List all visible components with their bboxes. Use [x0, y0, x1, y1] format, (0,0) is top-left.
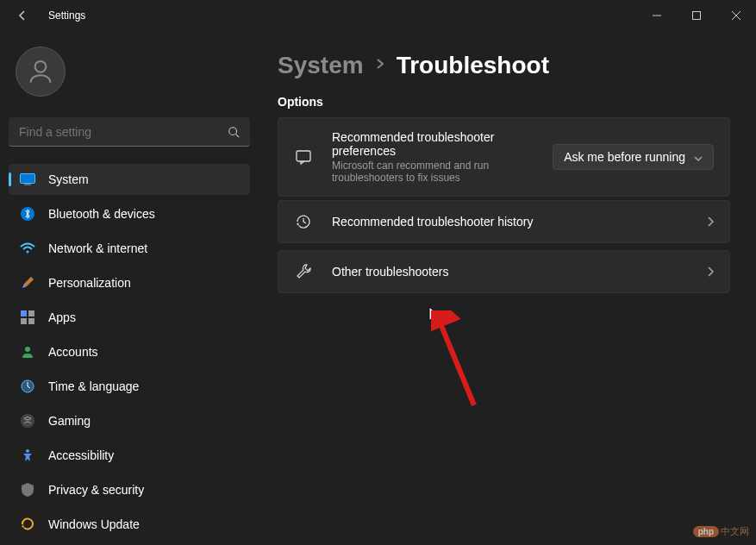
card-troubleshooter-history[interactable]: Recommended troubleshooter history — [278, 200, 730, 243]
svg-rect-9 — [21, 310, 27, 316]
sidebar-item-network[interactable]: Network & internet — [9, 233, 250, 264]
sidebar: System Bluetooth & devices Network & int… — [0, 31, 259, 545]
bluetooth-icon — [19, 205, 36, 222]
wrench-icon — [294, 263, 313, 280]
sidebar-item-label: Gaming — [48, 414, 91, 428]
card-subtitle: Microsoft can recommend and run troubles… — [332, 160, 539, 184]
breadcrumb: System Troubleshoot — [278, 52, 730, 79]
chevron-down-icon — [694, 150, 703, 164]
svg-point-16 — [26, 449, 29, 453]
chevron-right-icon — [374, 58, 386, 73]
svg-point-8 — [27, 251, 29, 254]
paintbrush-icon — [19, 274, 36, 291]
breadcrumb-parent[interactable]: System — [278, 52, 364, 79]
close-icon — [732, 11, 740, 20]
maximize-icon — [692, 11, 701, 20]
accessibility-icon — [19, 447, 36, 464]
back-button[interactable] — [9, 2, 36, 29]
sidebar-item-label: Bluetooth & devices — [48, 207, 155, 221]
avatar — [16, 47, 66, 97]
card-troubleshooter-preferences[interactable]: Recommended troubleshooter preferences M… — [278, 117, 730, 197]
sidebar-item-gaming[interactable]: Gaming — [9, 405, 250, 436]
card-title: Other troubleshooters — [332, 265, 707, 279]
card-title: Recommended troubleshooter history — [332, 215, 707, 229]
sidebar-item-label: Apps — [48, 310, 76, 324]
search-icon — [228, 126, 240, 138]
wifi-icon — [19, 240, 36, 257]
sidebar-item-apps[interactable]: Apps — [9, 302, 250, 333]
apps-icon — [19, 309, 36, 326]
person-icon — [26, 57, 55, 86]
sidebar-item-label: Windows Update — [48, 517, 140, 531]
sidebar-item-label: Privacy & security — [48, 483, 144, 497]
sidebar-item-label: System — [48, 172, 89, 186]
section-label: Options — [278, 95, 730, 109]
svg-rect-6 — [24, 184, 31, 185]
svg-line-4 — [236, 134, 240, 137]
shield-icon — [19, 481, 36, 498]
search-input[interactable] — [19, 125, 228, 139]
sidebar-item-label: Accessibility — [48, 448, 114, 462]
troubleshooter-pref-dropdown[interactable]: Ask me before running — [553, 144, 714, 170]
svg-rect-17 — [297, 151, 310, 161]
svg-point-2 — [35, 61, 47, 72]
close-button[interactable] — [716, 2, 756, 29]
sidebar-item-accounts[interactable]: Accounts — [9, 336, 250, 367]
profile-section[interactable] — [9, 40, 250, 103]
dropdown-label: Ask me before running — [564, 150, 685, 164]
svg-point-15 — [21, 414, 34, 428]
sidebar-item-accessibility[interactable]: Accessibility — [9, 440, 250, 471]
history-icon — [294, 213, 313, 230]
window-controls — [637, 2, 756, 29]
svg-rect-11 — [21, 318, 27, 324]
display-icon — [19, 171, 36, 188]
svg-rect-12 — [28, 318, 34, 324]
titlebar: Settings — [0, 0, 756, 31]
update-icon — [19, 516, 36, 533]
main-content: System Troubleshoot Options Recommended … — [259, 31, 756, 545]
nav-list: System Bluetooth & devices Network & int… — [9, 164, 250, 545]
app-title: Settings — [48, 9, 85, 22]
svg-rect-5 — [21, 174, 35, 184]
arrow-left-icon — [16, 9, 29, 22]
svg-rect-1 — [693, 12, 701, 20]
sidebar-item-label: Accounts — [48, 345, 98, 359]
globe-clock-icon — [19, 378, 36, 395]
sidebar-item-label: Personalization — [48, 276, 131, 290]
sidebar-item-label: Network & internet — [48, 241, 147, 255]
card-other-troubleshooters[interactable]: Other troubleshooters — [278, 250, 730, 293]
chevron-right-icon — [707, 266, 714, 277]
sidebar-item-privacy[interactable]: Privacy & security — [9, 474, 250, 505]
breadcrumb-current: Troubleshoot — [397, 52, 549, 79]
sidebar-item-time[interactable]: Time & language — [9, 371, 250, 402]
chevron-right-icon — [707, 216, 714, 227]
search-box[interactable] — [9, 117, 250, 147]
minimize-button[interactable] — [637, 2, 677, 29]
card-title: Recommended troubleshooter preferences — [332, 130, 553, 158]
person-icon — [19, 343, 36, 360]
sidebar-item-label: Time & language — [48, 379, 139, 393]
svg-point-13 — [25, 347, 30, 352]
sidebar-item-system[interactable]: System — [9, 164, 250, 195]
sidebar-item-bluetooth[interactable]: Bluetooth & devices — [9, 198, 250, 229]
minimize-icon — [653, 11, 661, 20]
watermark: php中文网 — [693, 525, 749, 538]
sidebar-item-personalization[interactable]: Personalization — [9, 267, 250, 298]
svg-rect-10 — [28, 310, 34, 316]
chat-icon — [294, 148, 313, 166]
xbox-icon — [19, 412, 36, 429]
svg-point-3 — [229, 127, 237, 135]
maximize-button[interactable] — [677, 2, 716, 29]
sidebar-item-update[interactable]: Windows Update — [9, 509, 250, 540]
